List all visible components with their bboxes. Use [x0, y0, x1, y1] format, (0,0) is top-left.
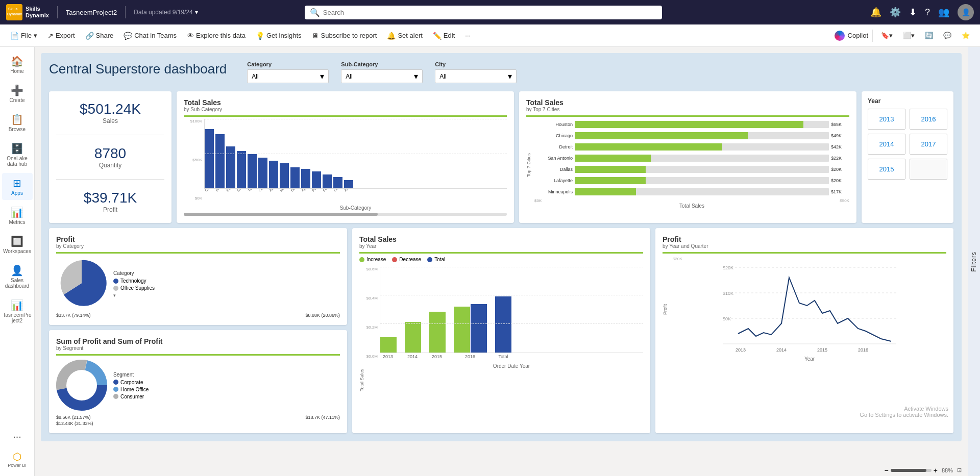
year-2015[interactable]: 2015: [868, 159, 905, 180]
edit-button[interactable]: ✏️ Edit: [429, 30, 459, 42]
file-button[interactable]: 📄 File ▾: [6, 30, 41, 42]
hbar-row-chicago: Chicago $49K: [534, 132, 849, 139]
bar-paper: [312, 171, 321, 188]
export-button[interactable]: ↗ Export: [43, 30, 79, 42]
hbar-row-houston: Houston $65K: [534, 121, 849, 128]
sidebar-item-sales[interactable]: 👤 Sales dashboard: [2, 260, 33, 293]
set-alert-button[interactable]: 🔔 Set alert: [383, 30, 426, 42]
insights-icon: 💡: [256, 32, 264, 40]
logo-area[interactable]: Skills Dynamix Skills Dynamix: [6, 4, 49, 20]
sidebar-item-create[interactable]: ➕ Create: [2, 80, 33, 107]
year-2014[interactable]: 2014: [868, 134, 905, 155]
legend-office-supplies: Office Supplies: [113, 285, 155, 291]
fullscreen-button[interactable]: ⭐: [958, 30, 974, 41]
legend-technology: Technology: [113, 278, 155, 284]
more-button[interactable]: ···: [461, 30, 475, 41]
search-input[interactable]: [323, 9, 657, 16]
cities-subtitle: by Top 7 Cities: [526, 107, 849, 112]
notification-icon[interactable]: 🔔: [870, 7, 881, 18]
city-select[interactable]: All ▾: [435, 69, 517, 83]
download-icon[interactable]: ⬇: [909, 7, 917, 18]
hbar-bar-sanantonio: [575, 155, 651, 162]
sidebar-item-workspaces[interactable]: 🔲 Workspaces: [2, 231, 33, 258]
profit-cat-title: Profit: [56, 235, 340, 243]
hbar-val-houston: $65K: [831, 122, 849, 127]
sidebar-item-metrics[interactable]: 📊 Metrics: [2, 202, 33, 229]
sidebar-item-apps[interactable]: ⊞ Apps: [2, 173, 33, 200]
cities-x-ticks: $0K $50K: [534, 198, 849, 203]
comment-button[interactable]: 💬: [939, 30, 955, 41]
project-name: TasneemProject2: [66, 9, 117, 16]
legend-decrease: Decrease: [392, 257, 421, 262]
sidebar-bottom: ··· ⬡ Power BI: [2, 427, 33, 472]
year-2013[interactable]: 2013: [868, 109, 905, 130]
subscribe-icon: 🖥: [312, 32, 319, 40]
city-chevron: ▾: [508, 71, 512, 81]
left-bottom-col: Profit by Category: [49, 228, 347, 433]
svg-text:Dynamix: Dynamix: [7, 12, 22, 16]
subcategory-filter[interactable]: Sub-Category All ▾: [341, 61, 423, 83]
explore-data-button[interactable]: 👁 Explore this data: [183, 30, 250, 42]
filter-row: Category All ▾ Sub-Category All ▾: [247, 61, 517, 83]
bookmark-button[interactable]: 🔖▾: [877, 30, 897, 41]
sidebar-item-tasneempro[interactable]: 📊 TasneemPro ject2: [2, 295, 33, 328]
fullscreen-toggle[interactable]: ⊡: [957, 467, 962, 473]
subcategory-select[interactable]: All ▾: [341, 69, 423, 83]
chevron-down-filter[interactable]: ▾: [113, 293, 155, 298]
zoom-slider[interactable]: [891, 469, 932, 472]
metrics-icon: 📊: [11, 206, 23, 218]
svg-text:$0K: $0K: [723, 316, 731, 321]
sidebar-item-more[interactable]: ···: [2, 427, 33, 446]
refresh-button[interactable]: 🔄: [921, 30, 937, 41]
zoom-out-button[interactable]: −: [885, 466, 889, 474]
profit-yq-xlabel: Year: [673, 356, 946, 362]
hbar-label-houston: Houston: [534, 122, 573, 127]
avatar[interactable]: 👤: [958, 4, 974, 20]
year-2017[interactable]: 2017: [910, 134, 947, 155]
share-button[interactable]: 🔗 Share: [81, 30, 118, 42]
legend-homeoffice: Home Office: [113, 387, 149, 392]
category-select[interactable]: All ▾: [247, 69, 329, 83]
zoom-in-button[interactable]: +: [934, 466, 938, 474]
copilot-button[interactable]: Copilot: [835, 31, 868, 41]
subscribe-button[interactable]: 🖥 Subscribe to report: [308, 30, 381, 42]
bar-art: [344, 180, 353, 188]
quantity-label: Quantity: [56, 162, 164, 169]
get-insights-button[interactable]: 💡 Get insights: [252, 30, 306, 42]
powerbi-label: Power BI: [8, 463, 27, 468]
bar-bookcases: [290, 167, 300, 188]
bar-appliances: [301, 169, 310, 188]
bar-group-2015: [429, 312, 446, 353]
sidebar-item-browse[interactable]: 📋 Browse: [2, 109, 33, 136]
dashboard-header: Central Superstore dashboard Category Al…: [49, 61, 953, 83]
category-filter[interactable]: Category All ▾: [247, 61, 329, 83]
view-button[interactable]: ⬜▾: [899, 30, 919, 41]
svg-text:$10K: $10K: [723, 291, 733, 296]
city-filter[interactable]: City All ▾: [435, 61, 517, 83]
filters-panel[interactable]: Filters: [968, 47, 980, 476]
people-icon[interactable]: 👥: [938, 7, 949, 18]
hbar-row-detroit: Detroit $42K: [534, 143, 849, 151]
main-content: Central Superstore dashboard Category Al…: [35, 47, 980, 476]
y-tick-0.4m: $0.4M: [366, 296, 378, 300]
chat-teams-button[interactable]: 💬 Chat in Teams: [119, 30, 181, 42]
year-2016[interactable]: 2016: [910, 109, 947, 130]
sidebar: 🏠 Home ➕ Create 📋 Browse 🗄️ OneLake data…: [0, 47, 35, 476]
chart-scrollbar[interactable]: [184, 213, 507, 216]
legend-consumer: Consumer: [113, 394, 149, 399]
profit-yq-yticks: $20K: [673, 257, 946, 261]
toolbar: 📄 File ▾ ↗ Export 🔗 Share 💬 Chat in Team…: [0, 24, 980, 47]
help-icon[interactable]: ?: [925, 7, 930, 18]
chevron-down-icon[interactable]: ▾: [195, 9, 198, 16]
subcategory-label: Sub-Category: [341, 61, 423, 67]
svg-text:2014: 2014: [776, 347, 787, 353]
profit-seg-subtitle: by Segment: [56, 345, 340, 351]
search-bar[interactable]: 🔍: [305, 6, 662, 19]
increase-label: Increase: [366, 257, 386, 262]
search-icon: 🔍: [310, 8, 320, 17]
hbar-chart: Houston $65K Chicago: [534, 121, 849, 195]
sidebar-item-onelake[interactable]: 🗄️ OneLake data hub: [2, 138, 33, 171]
settings-icon[interactable]: ⚙️: [890, 7, 901, 18]
sidebar-item-home[interactable]: 🏠 Home: [2, 51, 33, 78]
corporate-pct-label: $18.7K (47.11%): [305, 415, 340, 420]
